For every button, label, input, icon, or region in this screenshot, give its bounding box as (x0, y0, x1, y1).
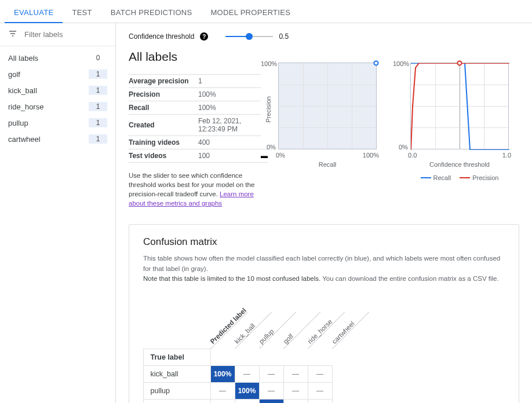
cm-cell: — (210, 382, 235, 400)
threshold-slider[interactable] (225, 32, 273, 41)
cm-col-header: cartwheel (331, 320, 356, 345)
label-item-cartwheel[interactable]: cartwheel 1 (0, 131, 115, 147)
metric-key: Test videos (129, 149, 198, 163)
tab-batch-predictions[interactable]: BATCH PREDICTIONS (101, 8, 202, 23)
cm-cell: 100% (259, 399, 284, 403)
label-item-pullup[interactable]: pullup 1 (0, 115, 115, 131)
confusion-matrix: Predicted label kick_ball pullup golf ri… (143, 293, 505, 403)
section-title: All labels (129, 50, 268, 64)
cm-cell: — (259, 382, 284, 400)
metric-value: 100% (198, 101, 261, 115)
metric-value: 400 (198, 136, 261, 149)
label-item-count: 1 (89, 134, 107, 144)
cm-col-header: kick_ball (234, 322, 257, 345)
label-item-text: pullup (8, 119, 28, 127)
cm-cell: 100% (235, 382, 260, 400)
threshold-value: 0.5 (279, 32, 289, 41)
confusion-matrix-title: Confusion matrix (143, 236, 505, 248)
label-item-text: kick_ball (8, 86, 37, 95)
expand-icon[interactable]: ▬ (261, 152, 268, 160)
cm-cell: — (283, 399, 308, 403)
label-item-count: 1 (89, 86, 107, 95)
cm-row-label: golf (143, 399, 211, 403)
threshold-point (457, 61, 462, 66)
metric-value: 100% (198, 88, 261, 101)
metric-key: Created (129, 115, 198, 136)
label-item-count: 1 (89, 102, 107, 111)
metrics-table: Average precision1 Precision100% Recall1… (129, 74, 268, 163)
sidebar: All labels 0 golf 1 kick_ball 1 ride_hor… (0, 23, 116, 403)
metric-key: Average precision (129, 75, 198, 88)
pr-point (374, 61, 379, 66)
label-list: All labels 0 golf 1 kick_ball 1 ride_hor… (0, 46, 115, 151)
cm-cell: — (210, 399, 235, 403)
tab-model-properties[interactable]: MODEL PROPERTIES (201, 8, 300, 23)
filter-labels-input[interactable] (23, 30, 123, 39)
cm-cell: — (235, 365, 260, 383)
tab-test[interactable]: TEST (63, 8, 101, 23)
cm-cell: — (308, 365, 333, 383)
filter-icon (8, 29, 17, 40)
pr-chart: 100% 0% Precision 0% 100% Recall (278, 63, 377, 149)
cm-cell: — (283, 382, 308, 400)
label-item-golf[interactable]: golf 1 (0, 66, 115, 82)
true-label-header: True label (143, 349, 211, 366)
metric-key: Precision (129, 88, 198, 101)
top-tabs: EVALUATE TEST BATCH PREDICTIONS MODEL PR… (0, 0, 532, 23)
label-item-text: All labels (8, 54, 38, 63)
label-item-count: 1 (89, 69, 107, 79)
metric-value: 100 (198, 149, 261, 163)
label-item-ride-horse[interactable]: ride_horse 1 (0, 98, 115, 115)
metric-value: Feb 12, 2021, 12:23:49 PM (198, 115, 261, 136)
cm-cell: 100% (210, 365, 235, 383)
cm-row-label: pullup (143, 382, 211, 400)
label-item-text: golf (8, 70, 20, 79)
legend-precision: Precision (460, 174, 498, 181)
cm-cell: — (308, 382, 333, 400)
metric-key: Recall (129, 101, 198, 115)
threshold-chart: 100% 0% 0.0 (410, 63, 509, 149)
cm-col-header: golf (282, 333, 295, 346)
main-content: Confidence threshold ? 0.5 All labels Av… (116, 23, 532, 403)
legend-recall: Recall (421, 174, 451, 181)
metric-key: Training videos (129, 136, 198, 149)
help-icon[interactable]: ? (200, 32, 208, 41)
label-item-all[interactable]: All labels 0 (0, 50, 115, 66)
cm-col-header: pullup (258, 328, 275, 345)
label-item-text: cartwheel (8, 135, 41, 144)
label-item-kick-ball[interactable]: kick_ball 1 (0, 82, 115, 98)
cm-cell: — (259, 365, 284, 383)
cm-cell: — (283, 365, 308, 383)
cm-cell: — (235, 399, 260, 403)
metric-value: 1 (198, 75, 261, 88)
label-item-count: 0 (89, 53, 107, 63)
tab-evaluate[interactable]: EVALUATE (5, 8, 63, 23)
hint-text: Use the slider to see which confidence t… (129, 171, 268, 208)
cm-row-label: kick_ball (143, 365, 211, 383)
threshold-label: Confidence threshold (129, 32, 194, 41)
label-item-count: 1 (89, 118, 107, 127)
cm-cell: — (308, 399, 333, 403)
label-item-text: ride_horse (8, 102, 43, 111)
confusion-matrix-card: Confusion matrix This table shows how of… (129, 224, 519, 403)
